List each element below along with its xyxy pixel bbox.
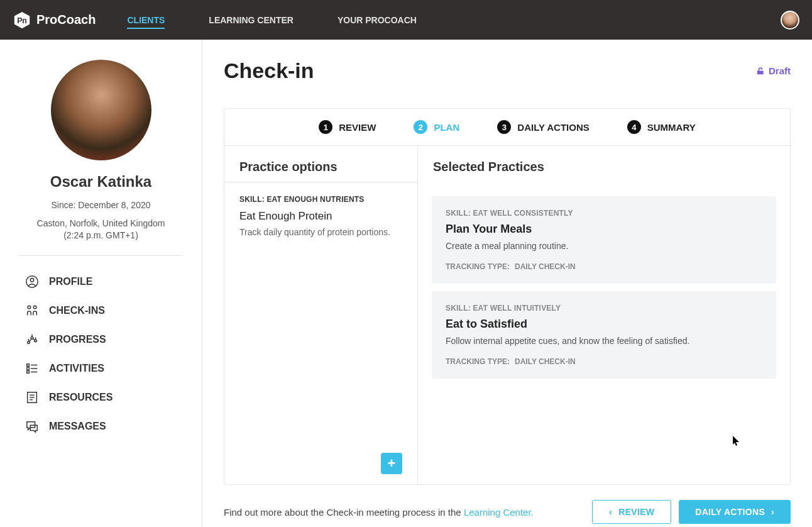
step-daily-actions[interactable]: 3DAILY ACTIONS — [497, 120, 589, 134]
svg-point-3 — [30, 278, 34, 282]
brand[interactable]: Pn ProCoach — [13, 11, 96, 30]
sidenav-checkins[interactable]: CHECK-INS — [19, 296, 183, 325]
sidenav-resources[interactable]: RESOURCES — [19, 383, 183, 412]
selected-practices-heading: Selected Practices — [418, 146, 790, 182]
activities-icon — [25, 362, 39, 375]
user-avatar[interactable] — [781, 11, 799, 30]
main-content: Check-in Draft 1REVIEW 2PLAN 3DAILY ACTI… — [202, 40, 812, 527]
client-timezone: (2:24 p.m. GMT+1) — [19, 230, 183, 241]
selected-practice-card[interactable]: SKILL: EAT WELL INTUITIVELY Eat to Satis… — [432, 291, 776, 379]
brand-name: ProCoach — [36, 13, 96, 27]
top-bar: Pn ProCoach CLIENTS LEARNING CENTER YOUR… — [0, 0, 812, 40]
svg-point-4 — [28, 306, 31, 309]
sidenav-messages[interactable]: MESSAGES — [19, 412, 183, 441]
sidenav-progress[interactable]: PROGRESS — [19, 325, 183, 354]
chevron-right-icon: › — [771, 507, 774, 517]
checkin-card: 1REVIEW 2PLAN 3DAILY ACTIONS 4SUMMARY Pr… — [224, 108, 791, 485]
draft-indicator[interactable]: Draft — [756, 65, 791, 76]
sidenav-profile[interactable]: PROFILE — [19, 267, 183, 296]
sidenav-activities[interactable]: ACTIVITIES — [19, 354, 183, 383]
client-avatar[interactable] — [51, 60, 151, 160]
footer-row: Find out more about the Check-in meeting… — [224, 500, 791, 524]
svg-text:Pn: Pn — [17, 16, 27, 25]
messages-icon — [25, 419, 39, 433]
cursor-icon — [733, 436, 740, 447]
client-since: Since: December 8, 2020 — [19, 199, 183, 211]
practice-options-column: Practice options SKILL: EAT ENOUGH NUTRI… — [224, 146, 418, 484]
add-practice-button[interactable]: + — [381, 453, 402, 474]
brand-icon: Pn — [13, 11, 31, 30]
progress-icon — [25, 333, 39, 347]
svg-point-5 — [33, 306, 36, 309]
step-summary[interactable]: 4SUMMARY — [627, 120, 696, 134]
svg-rect-10 — [27, 367, 30, 370]
tracking-type: TRACKING TYPE:DAILY CHECK-IN — [446, 262, 762, 271]
selected-title: Eat to Satisfied — [446, 318, 762, 331]
selected-description: Create a meal planning routine. — [446, 241, 762, 251]
lock-open-icon — [756, 67, 765, 75]
tracking-type: TRACKING TYPE:DAILY CHECK-IN — [446, 357, 762, 366]
step-plan[interactable]: 2PLAN — [414, 120, 459, 134]
practice-skill-label: SKILL: EAT ENOUGH NUTRIENTS — [239, 195, 402, 204]
practice-title: Eat Enough Protein — [239, 210, 402, 223]
client-side-nav: PROFILE CHECK-INS PROGRESS ACTIVITIES RE… — [19, 267, 183, 441]
svg-rect-11 — [27, 370, 30, 373]
client-name: Oscar Katinka — [19, 173, 183, 191]
selected-practice-card[interactable]: SKILL: EAT WELL CONSISTENTLY Plan Your M… — [432, 196, 776, 284]
selected-skill-label: SKILL: EAT WELL CONSISTENTLY — [446, 209, 762, 218]
stepper: 1REVIEW 2PLAN 3DAILY ACTIONS 4SUMMARY — [224, 109, 790, 146]
svg-point-6 — [28, 341, 30, 343]
selected-skill-label: SKILL: EAT WELL INTUITIVELY — [446, 304, 762, 313]
sidebar-divider — [19, 255, 183, 256]
next-daily-actions-button[interactable]: DAILY ACTIONS › — [679, 500, 791, 524]
prev-review-button[interactable]: ‹ REVIEW — [592, 500, 671, 524]
learning-center-link[interactable]: Learning Center. — [464, 507, 534, 518]
client-sidebar: Oscar Katinka Since: December 8, 2020 Ca… — [0, 40, 202, 527]
nav-your-procoach[interactable]: YOUR PROCOACH — [337, 3, 417, 38]
checkins-icon — [25, 304, 39, 318]
nav-learning-center[interactable]: LEARNING CENTER — [209, 3, 294, 38]
footer-help-text: Find out more about the Check-in meeting… — [224, 507, 534, 518]
top-nav: CLIENTS LEARNING CENTER YOUR PROCOACH — [127, 3, 416, 38]
chevron-left-icon: ‹ — [609, 507, 612, 517]
practice-option[interactable]: SKILL: EAT ENOUGH NUTRIENTS Eat Enough P… — [224, 182, 417, 256]
selected-title: Plan Your Meals — [446, 223, 762, 236]
svg-rect-9 — [27, 363, 30, 366]
resources-icon — [25, 391, 39, 404]
selected-description: Follow internal appetite cues, and know … — [446, 336, 762, 346]
selected-practices-column: Selected Practices SKILL: EAT WELL CONSI… — [418, 146, 790, 484]
profile-icon — [25, 275, 39, 289]
plus-icon: + — [388, 455, 396, 472]
practice-description: Track daily quantity of protein portions… — [239, 226, 402, 238]
practice-options-heading: Practice options — [224, 146, 417, 182]
client-location: Caston, Norfolk, United Kingdom — [19, 218, 183, 230]
step-review[interactable]: 1REVIEW — [319, 120, 376, 134]
page-title: Check-in — [224, 58, 314, 83]
nav-clients[interactable]: CLIENTS — [127, 3, 165, 38]
